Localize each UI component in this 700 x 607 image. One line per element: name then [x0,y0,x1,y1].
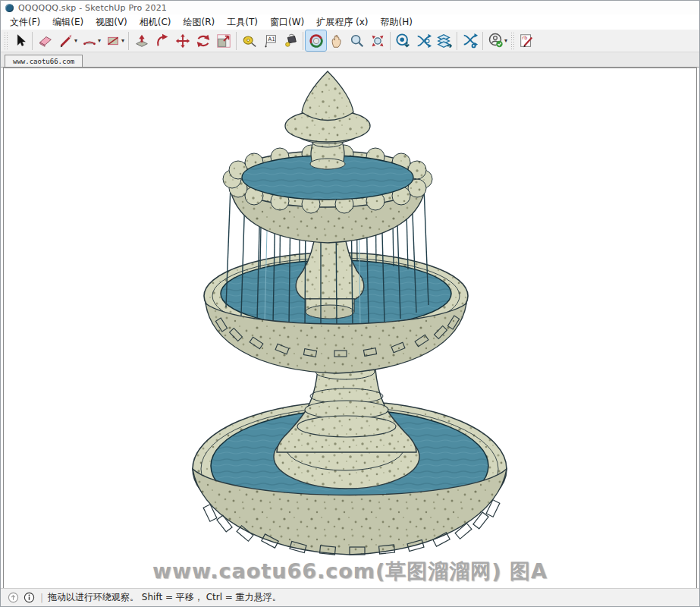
status-hint: 拖动以进行环绕观察。 Shift = 平移， Ctrl = 重力悬浮。 [48,591,281,604]
flip-settings-button[interactable] [460,30,480,51]
watermark-text: www.caotu66.com(草图溜溜网) 图A [152,558,548,585]
layers-icon [436,33,453,49]
tape-measure-tool-button[interactable] [239,30,259,51]
menu-view[interactable]: 视图(V) [89,14,133,30]
account-avatar-icon [487,32,505,50]
model-viewport[interactable]: www.caotu66.com(草图溜溜网) 图A [3,68,697,588]
select-tool-button[interactable] [9,30,30,51]
scene-tab-bar: www.caotu66.com [1,52,699,68]
menu-edit[interactable]: 编辑(E) [46,14,89,30]
follow-me-tool-button[interactable] [152,30,172,51]
toolbar-separator [457,32,457,50]
app-icon [5,4,14,12]
status-bar: | 拖动以进行环绕观察。 Shift = 平移， Ctrl = 重力悬浮。 [1,588,699,606]
move-icon [174,33,191,49]
toolbar: ▾ ▾ ▾ A1 ▾ rb [1,30,699,52]
orbit-tool-button[interactable] [306,30,326,51]
line-tool-button[interactable] [55,30,76,51]
svg-text:rb: rb [522,35,527,41]
arc-tool-button[interactable] [79,30,99,51]
pencil-icon [58,33,74,49]
menu-tools[interactable]: 工具(T) [221,14,264,30]
sketchup-window: QQQQQQ.skp - SketchUp Pro 2021 文件(F) 编辑(… [0,0,700,607]
menu-extensions[interactable]: 扩展程序 (x) [310,14,374,30]
menu-camera[interactable]: 相机(C) [133,14,177,30]
credits-info-icon[interactable] [24,592,35,603]
eraser-tool-button[interactable] [35,30,55,51]
orbit-icon [308,33,325,49]
title-bar: QQQQQQ.skp - SketchUp Pro 2021 [1,1,699,14]
pedestal-column[interactable] [274,364,419,489]
shapes-tool-dropdown-caret[interactable]: ▾ [121,37,124,44]
flip-gear-icon [462,33,479,49]
eraser-icon [37,33,54,49]
flip-arrows-icon [416,33,432,49]
menu-file[interactable]: 文件(F) [4,14,46,30]
toolbar-separator [128,32,129,50]
push-pull-icon [133,33,150,49]
shapes-tool-button[interactable] [102,30,123,51]
toolbar-drag-handle[interactable] [4,32,8,50]
magnifier-icon [349,33,366,49]
pan-hand-icon [328,33,345,49]
account-dropdown-caret[interactable]: ▾ [504,37,507,44]
rectangle-icon [105,33,121,49]
paint-bucket-icon [282,33,299,49]
zoom-extents-button[interactable] [367,30,388,51]
rotate-tool-button[interactable] [193,30,213,51]
text-label-icon: A1 [262,33,278,49]
flip-edit-button[interactable] [413,30,434,51]
toolbar-separator [32,32,33,50]
toolbar-separator [390,32,391,50]
menu-draw[interactable]: 绘图(R) [177,14,221,30]
pan-tool-button[interactable] [326,30,347,51]
extension-store-icon [395,33,412,49]
text-tool-button[interactable]: A1 [259,30,280,51]
status-divider: | [40,593,43,603]
toolbar-separator [236,32,237,50]
geolocation-icon[interactable] [8,592,19,603]
select-arrow-icon [11,33,28,49]
menu-help[interactable]: 帮助(H) [374,14,418,30]
rotate-icon [195,33,212,49]
scale-tool-button[interactable] [213,30,234,51]
toolbar-drag-handle[interactable] [510,32,514,50]
window-title: QQQQQQ.skp - SketchUp Pro 2021 [18,3,167,13]
move-tool-button[interactable] [172,30,193,51]
toolbar-separator [303,32,303,50]
menu-bar: 文件(F) 编辑(E) 视图(V) 相机(C) 绘图(R) 工具(T) 窗口(W… [1,14,699,30]
arc-tool-dropdown-caret[interactable]: ▾ [98,37,101,44]
follow-me-icon [154,33,171,49]
fountain-model-3d[interactable] [4,68,696,587]
toolbar-separator [482,32,483,50]
ruby-console-button[interactable]: rb [516,30,536,51]
extension-store-button[interactable] [393,30,413,51]
scale-icon [215,33,232,49]
arc-icon [81,33,98,49]
push-pull-tool-button[interactable] [131,30,152,51]
menu-window[interactable]: 窗口(W) [264,14,310,30]
ruby-console-icon: rb [518,33,535,49]
account-button[interactable] [485,30,506,51]
scene-tab[interactable]: www.caotu66.com [5,55,83,67]
paint-bucket-tool-button[interactable] [280,30,300,51]
layers-manager-button[interactable] [434,30,454,51]
tape-measure-icon [241,33,258,49]
svg-text:A1: A1 [268,36,275,42]
zoom-tool-button[interactable] [347,30,367,51]
zoom-extents-icon [369,33,386,49]
line-tool-dropdown-caret[interactable]: ▾ [74,37,77,44]
